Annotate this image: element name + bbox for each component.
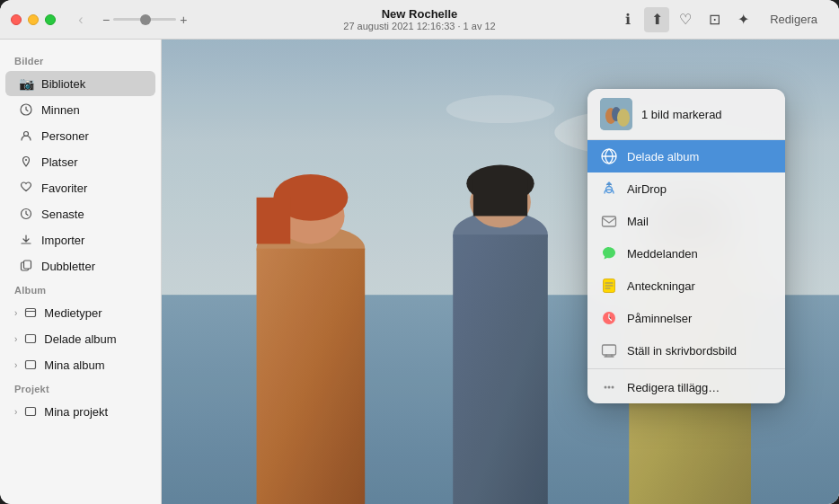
maximize-button[interactable] bbox=[45, 14, 56, 25]
svg-point-43 bbox=[612, 386, 614, 389]
skrivbordsbild-menu-label: Ställ in skrivbordsbild bbox=[627, 344, 737, 358]
sidebar-item-platser[interactable]: Platser bbox=[5, 149, 155, 174]
sidebar-label-favoriter: Favoriter bbox=[41, 181, 87, 195]
sidebar-item-bibliotek[interactable]: 📷 Bibliotek bbox=[5, 71, 155, 96]
magic-icon[interactable]: ✦ bbox=[730, 7, 755, 32]
sidebar-section-projekt: Projekt bbox=[0, 378, 161, 398]
heart-icon[interactable]: ♡ bbox=[673, 7, 698, 32]
sidebar-label-platser: Platser bbox=[41, 155, 77, 169]
share-count-label: 1 bild markerad bbox=[641, 108, 722, 121]
svg-rect-7 bbox=[26, 335, 36, 343]
medietyper-icon bbox=[22, 305, 39, 321]
svg-rect-37 bbox=[603, 217, 616, 226]
redigera-tillagg-label: Redigera tillägg… bbox=[627, 381, 720, 394]
sidebar-label-mina-projekt: Mina projekt bbox=[44, 405, 108, 419]
sidebar-label-personer: Personer bbox=[41, 129, 89, 143]
share-menu-meddelanden[interactable]: Meddelanden bbox=[587, 237, 785, 270]
zoom-thumb[interactable] bbox=[140, 14, 151, 25]
share-menu-redigera-tillagg[interactable]: Redigera tillägg… bbox=[587, 371, 785, 403]
sidebar-item-importer[interactable]: Importer bbox=[5, 227, 155, 252]
share-menu-paminnelser[interactable]: Påminnelser bbox=[587, 302, 785, 334]
redigera-tillagg-icon bbox=[600, 378, 618, 396]
sidebar-item-senaste[interactable]: Senaste bbox=[5, 201, 155, 226]
window-subtitle: 27 augusti 2021 12:16:33 · 1 av 12 bbox=[343, 21, 495, 31]
anteckningar-menu-icon bbox=[600, 277, 618, 295]
chevron-delade-album: › bbox=[14, 334, 17, 344]
navigation-controls: ‹ bbox=[70, 9, 92, 31]
menu-divider bbox=[587, 368, 785, 369]
svg-point-41 bbox=[605, 386, 607, 389]
zoom-control: − + bbox=[102, 13, 187, 27]
svg-point-42 bbox=[608, 386, 611, 389]
share-popup-header: 1 bild markerad bbox=[587, 89, 785, 140]
minimize-button[interactable] bbox=[28, 14, 39, 25]
titlebar: ‹ − + New Rochelle 27 augusti 2021 12:16… bbox=[0, 0, 839, 40]
delade-album-menu-icon bbox=[600, 147, 618, 165]
dubbletter-icon bbox=[18, 258, 34, 274]
chevron-mina-projekt: › bbox=[14, 407, 17, 417]
favoriter-icon bbox=[18, 180, 34, 196]
titlebar-center: New Rochelle 27 augusti 2021 12:16:33 · … bbox=[343, 7, 495, 31]
sidebar-label-dubbletter: Dubbletter bbox=[41, 260, 95, 273]
zoom-slider[interactable] bbox=[113, 18, 176, 21]
airdrop-menu-label: AirDrop bbox=[627, 182, 667, 196]
svg-point-34 bbox=[617, 109, 630, 127]
mail-menu-label: Mail bbox=[627, 215, 649, 228]
mail-menu-icon bbox=[600, 212, 618, 230]
traffic-lights bbox=[11, 14, 56, 25]
sidebar-group-mina-album[interactable]: › Mina album bbox=[5, 352, 155, 377]
sidebar-label-medietyper: Medietyper bbox=[44, 306, 102, 320]
sidebar-item-personer[interactable]: Personer bbox=[5, 123, 155, 148]
svg-rect-6 bbox=[26, 309, 36, 317]
chevron-medietyper: › bbox=[14, 308, 17, 318]
zoom-in-button[interactable]: + bbox=[180, 13, 187, 27]
sidebar: Bilder 📷 Bibliotek Minnen Personer bbox=[0, 40, 162, 504]
share-menu-mail[interactable]: Mail bbox=[587, 205, 785, 237]
sidebar-item-minnen[interactable]: Minnen bbox=[5, 97, 155, 122]
crop-icon[interactable]: ⊡ bbox=[702, 7, 727, 32]
zoom-out-button[interactable]: − bbox=[102, 13, 110, 27]
back-button[interactable]: ‹ bbox=[70, 9, 92, 31]
importer-icon bbox=[18, 232, 34, 248]
airdrop-menu-icon bbox=[600, 180, 618, 198]
share-thumbnail bbox=[600, 98, 632, 130]
sidebar-item-dubbletter[interactable]: Dubbletter bbox=[5, 253, 155, 279]
share-menu-airdrop[interactable]: AirDrop bbox=[587, 172, 785, 205]
share-menu-anteckningar[interactable]: Anteckningar bbox=[587, 270, 785, 302]
sidebar-label-bibliotek: Bibliotek bbox=[41, 77, 85, 91]
minnen-icon bbox=[18, 102, 34, 118]
svg-rect-5 bbox=[24, 261, 31, 269]
delade-album-menu-label: Delade album bbox=[627, 150, 699, 164]
share-menu-delade-album[interactable]: Delade album bbox=[587, 140, 785, 172]
delade-album-icon bbox=[22, 331, 39, 347]
chevron-mina-album: › bbox=[14, 360, 17, 370]
svg-rect-40 bbox=[603, 345, 616, 355]
close-button[interactable] bbox=[11, 14, 22, 25]
main-content: Bilder 📷 Bibliotek Minnen Personer bbox=[0, 40, 839, 504]
sidebar-item-favoriter[interactable]: Favoriter bbox=[5, 175, 155, 200]
paminnelser-menu-label: Påminnelser bbox=[627, 312, 692, 325]
mina-projekt-icon bbox=[22, 403, 39, 420]
sidebar-section-album: Album bbox=[0, 279, 161, 299]
info-icon[interactable]: ℹ bbox=[615, 7, 640, 32]
svg-point-2 bbox=[25, 159, 27, 161]
sidebar-section-bilder: Bilder bbox=[0, 50, 161, 70]
svg-rect-8 bbox=[26, 361, 36, 369]
window-title: New Rochelle bbox=[343, 7, 495, 21]
main-window: ‹ − + New Rochelle 27 augusti 2021 12:16… bbox=[0, 0, 839, 504]
sidebar-group-medietyper[interactable]: › Medietyper bbox=[5, 300, 155, 325]
sidebar-label-senaste: Senaste bbox=[41, 208, 84, 221]
bibliotek-icon: 📷 bbox=[18, 75, 34, 92]
sidebar-group-delade-album[interactable]: › Delade album bbox=[5, 326, 155, 351]
senaste-icon bbox=[18, 206, 34, 222]
svg-rect-9 bbox=[26, 408, 36, 416]
edit-button[interactable]: Redigera bbox=[759, 9, 828, 30]
photo-area: 1 bild markerad Delade album AirDrop bbox=[162, 40, 839, 504]
sidebar-label-mina-album: Mina album bbox=[44, 358, 104, 372]
skrivbordsbild-menu-icon bbox=[600, 341, 618, 359]
sidebar-label-importer: Importer bbox=[41, 234, 84, 247]
share-menu-skrivbordsbild[interactable]: Ställ in skrivbordsbild bbox=[587, 334, 785, 367]
sidebar-label-delade-album: Delade album bbox=[44, 332, 116, 346]
share-icon[interactable]: ⬆ bbox=[644, 7, 669, 32]
sidebar-group-mina-projekt[interactable]: › Mina projekt bbox=[5, 399, 155, 424]
